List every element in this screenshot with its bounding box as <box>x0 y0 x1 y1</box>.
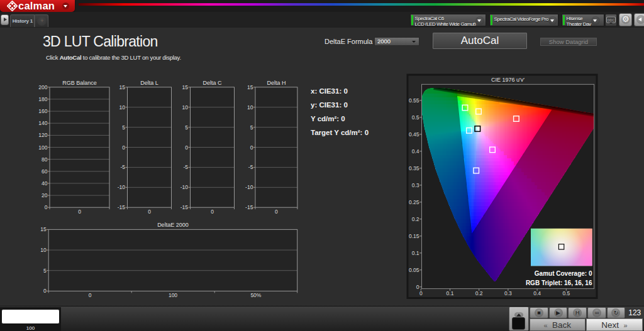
svg-text:Gamut Coverage: 0: Gamut Coverage: 0 <box>535 270 592 277</box>
svg-text:0.55: 0.55 <box>409 97 419 104</box>
svg-text:0.2: 0.2 <box>412 216 419 222</box>
svg-text:0.4: 0.4 <box>533 290 541 296</box>
svg-text:0.5: 0.5 <box>562 290 570 296</box>
svg-text:0.4: 0.4 <box>412 148 419 155</box>
svg-text:0.45: 0.45 <box>409 131 419 138</box>
svg-text:0: 0 <box>419 290 423 296</box>
svg-text:RGB Triplet: 16, 16, 16: RGB Triplet: 16, 16, 16 <box>526 279 592 286</box>
svg-text:0.1: 0.1 <box>412 250 419 256</box>
svg-text:0.15: 0.15 <box>409 233 419 239</box>
svg-text:0.3: 0.3 <box>412 182 419 188</box>
svg-text:CIE 1976 u'v': CIE 1976 u'v' <box>491 77 525 83</box>
svg-text:0.35: 0.35 <box>409 165 419 171</box>
svg-text:0.5: 0.5 <box>412 114 419 121</box>
svg-text:0.3: 0.3 <box>504 290 512 296</box>
svg-text:0: 0 <box>416 284 419 290</box>
svg-text:0.05: 0.05 <box>409 267 419 273</box>
svg-text:0.2: 0.2 <box>475 290 483 296</box>
svg-text:0.25: 0.25 <box>409 199 419 205</box>
svg-text:0.1: 0.1 <box>447 290 454 296</box>
